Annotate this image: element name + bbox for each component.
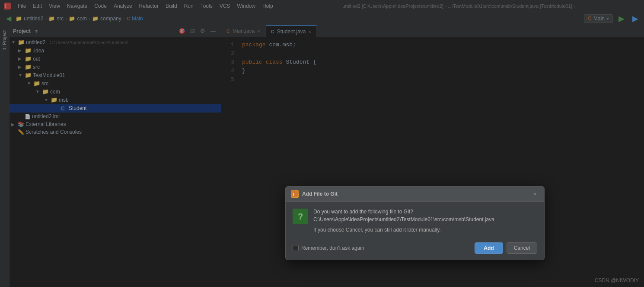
cancel-button[interactable]: Cancel [507,242,537,254]
dialog-buttons: Add Cancel [475,242,537,254]
dialog-message: Do you want to add the following file to… [313,209,537,233]
dialog-message-hint: If you choose Cancel, you can still add … [313,227,537,233]
dialog-message-line1: Do you want to add the following file to… [313,209,537,215]
svg-text:I: I [293,192,294,197]
dialog-overlay: I Add File to Git × ? Do you want to add… [0,0,644,287]
question-icon: ? [293,209,308,224]
dialog-title-text: Add File to Git [302,191,338,197]
remember-checkbox-area: Remember, don't ask again [293,245,364,251]
watermark: CSDN @NIWODIY [595,277,639,284]
dialog-footer: Remember, don't ask again Add Cancel [286,238,544,260]
add-file-dialog: I Add File to Git × ? Do you want to add… [285,186,545,260]
dialog-close-button[interactable]: × [531,190,539,198]
dialog-title-bar: I Add File to Git × [286,187,544,202]
add-button[interactable]: Add [475,242,503,254]
remember-label: Remember, don't ask again [301,245,364,251]
dialog-title-icon: I [291,190,299,198]
dialog-body: ? Do you want to add the following file … [286,202,544,238]
remember-checkbox[interactable] [293,245,299,251]
dialog-message-path: C:\Users\Apple\IdeaProjects\untitled2\Te… [313,216,537,223]
